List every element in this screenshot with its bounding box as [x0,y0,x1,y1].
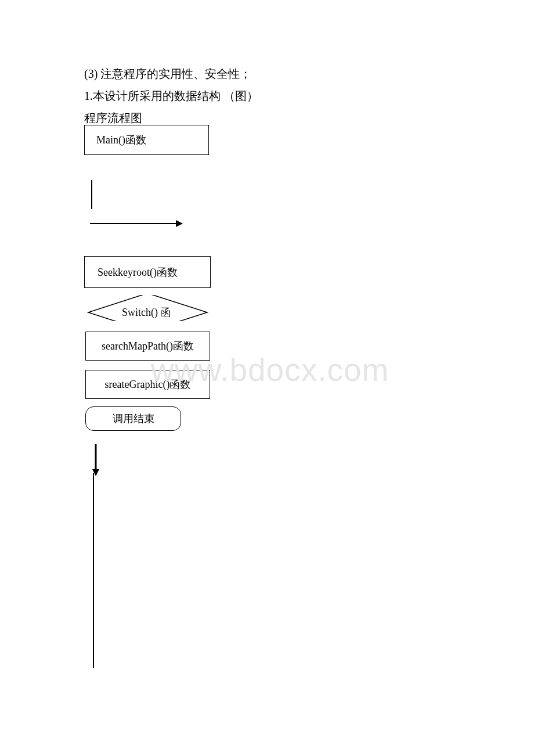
svg-marker-1 [176,220,183,227]
document-text-block: (3) 注意程序的实用性、安全性； 1.本设计所采用的数据结构 （图） 程序流程… [84,63,258,129]
flowchart-node-end-terminator: 调用结束 [85,406,181,431]
flowchart-node-creategraphic: sreateGraphic()函数 [85,370,210,399]
text-line-3: (3) 注意程序的实用性、安全性； [84,63,258,85]
node-label: Seekkeyroot()函数 [98,265,178,279]
vertical-connector-long [93,473,94,668]
node-label: searchMapPath()函数 [102,339,194,353]
flowchart-node-searchmappath: searchMapPath()函数 [85,332,210,361]
switch-label-partial: Switch() 函 [122,305,171,319]
text-line-heading-1: 1.本设计所采用的数据结构 （图） [84,85,258,107]
flowchart-node-main: Main()函数 [84,125,209,155]
node-label: Main()函数 [96,133,146,147]
arrow-right-icon [90,219,183,228]
vertical-connector-1 [91,180,92,209]
flowchart-node-seekkeyroot: Seekkeyroot()函数 [84,256,211,288]
arrow-down-icon [92,444,100,476]
node-label: sreateGraphic()函数 [105,377,191,391]
node-label: 调用结束 [113,412,154,426]
